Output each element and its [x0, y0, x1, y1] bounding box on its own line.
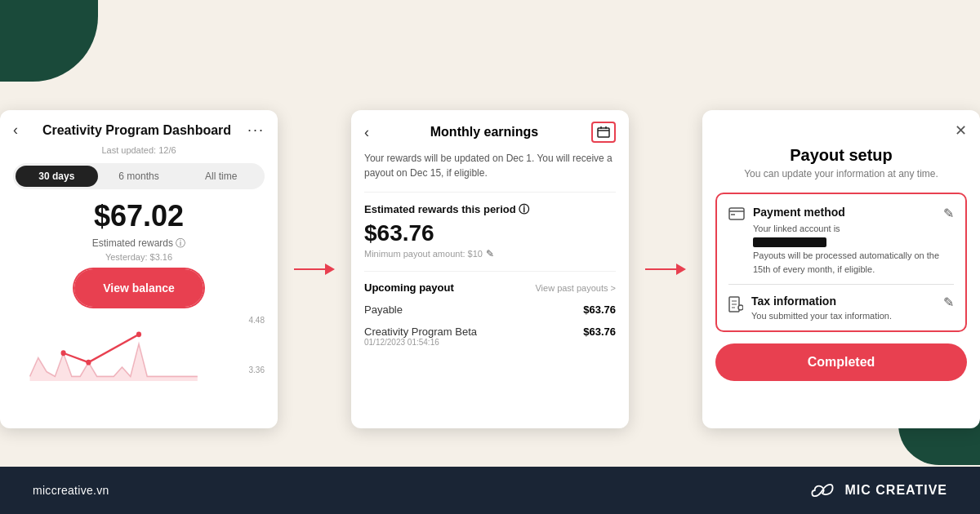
screen-payout-setup: ✕ Payout setup You can update your infor…	[702, 110, 980, 428]
footer-brand-name: MIC CREATIVE	[845, 483, 947, 498]
earnings-chart	[13, 316, 265, 381]
arrow-icon-2	[645, 261, 686, 277]
payout-info-box: Payment method Your linked account is Pa…	[715, 193, 967, 332]
arrow-2	[645, 261, 686, 277]
earnings-amount: $67.02	[0, 199, 278, 233]
tab-6months[interactable]: 6 months	[98, 166, 180, 187]
estimated-label: Estimated rewards ⓘ	[0, 237, 278, 250]
screen1-header: ‹ Creativity Program Dashboard ···	[0, 110, 278, 145]
deco-top-left	[0, 0, 98, 82]
payment-method-sub: Your linked account is Payouts will be p…	[753, 222, 943, 276]
last-updated-label: Last updated: 12/6	[0, 145, 278, 155]
footer: miccreative.vn MIC CREATIVE	[0, 467, 980, 514]
tax-info-left: Tax information You submitted your tax i…	[728, 295, 892, 321]
back-button[interactable]: ‹	[13, 122, 18, 139]
payable-amount: $63.76	[583, 304, 616, 316]
more-button[interactable]: ···	[247, 122, 265, 139]
payable-row: Payable $63.76	[351, 299, 629, 321]
estimated-rewards-amount: $63.76	[364, 220, 616, 246]
completed-button[interactable]: Completed	[715, 343, 967, 381]
edit-tax-icon[interactable]: ✎	[943, 295, 954, 310]
view-past-payouts-link[interactable]: View past payouts >	[535, 283, 616, 293]
arrow-1	[294, 261, 335, 277]
brand-logo-icon	[808, 481, 837, 500]
tab-bar: 30 days 6 months All time	[13, 163, 265, 189]
estimated-rewards-label: Estimated rewards this period ⓘ	[364, 202, 616, 217]
calendar-icon[interactable]	[591, 122, 616, 143]
view-balance-button[interactable]: View balance	[78, 273, 199, 303]
tax-info-row: Tax information You submitted your tax i…	[717, 285, 965, 330]
svg-rect-4	[598, 128, 609, 137]
screen2-title: Monthly earnings	[377, 125, 591, 140]
screen-creativity-dashboard: ‹ Creativity Program Dashboard ··· Last …	[0, 110, 278, 428]
footer-brand: MIC CREATIVE	[808, 481, 947, 500]
upcoming-payout-row: Upcoming payout View past payouts >	[351, 272, 629, 299]
tax-info: Tax information You submitted your tax i…	[751, 295, 892, 321]
tab-alltime[interactable]: All time	[180, 166, 262, 187]
main-content: ‹ Creativity Program Dashboard ··· Last …	[24, 82, 956, 457]
payment-method-left: Payment method Your linked account is Pa…	[728, 206, 943, 276]
tab-30days[interactable]: 30 days	[16, 166, 98, 187]
svg-point-15	[738, 305, 743, 310]
edit-payment-icon[interactable]: ✎	[943, 206, 954, 221]
edit-min-payout-icon[interactable]: ✎	[486, 248, 494, 259]
close-button[interactable]: ✕	[955, 122, 967, 140]
screen2-back-button[interactable]: ‹	[364, 124, 369, 141]
payable-label: Payable	[364, 304, 403, 316]
yesterday-value: Yesterday: $3.16	[0, 252, 278, 262]
program-amount: $63.76	[583, 326, 616, 347]
svg-point-2	[86, 360, 91, 366]
upcoming-payout-label: Upcoming payout	[364, 281, 454, 294]
svg-rect-8	[729, 208, 744, 219]
program-row: Creativity Program Beta 01/12/2023 01:54…	[351, 321, 629, 352]
min-payout-text: Minimum payout amount: $10 ✎	[364, 248, 616, 259]
svg-point-3	[136, 331, 141, 337]
screen-monthly-earnings: ‹ Monthly earnings Your rewards will be …	[351, 110, 629, 428]
payment-method-row: Payment method Your linked account is Pa…	[717, 194, 965, 284]
payout-setup-subtitle: You can update your information at any t…	[702, 168, 980, 179]
rewards-update-text: Your rewards will be updated on Dec 1. Y…	[351, 151, 629, 192]
estimated-rewards-section: Estimated rewards this period ⓘ $63.76 M…	[351, 193, 629, 263]
chart-high-label: 4.48	[249, 316, 265, 325]
footer-url: miccreative.vn	[33, 484, 109, 497]
screen1-title: Creativity Program Dashboard	[26, 123, 247, 138]
redacted-account	[753, 237, 826, 247]
screen2-header: ‹ Monthly earnings	[351, 110, 629, 151]
document-icon	[728, 296, 743, 321]
program-info: Creativity Program Beta 01/12/2023 01:54…	[364, 326, 477, 347]
payment-method-info: Payment method Your linked account is Pa…	[753, 206, 943, 276]
arrow-icon-1	[294, 261, 335, 277]
view-balance-wrap: View balance	[0, 273, 278, 303]
payout-setup-title: Payout setup	[702, 146, 980, 165]
svg-point-1	[61, 350, 66, 356]
chart-low-label: 3.36	[249, 366, 265, 374]
credit-card-icon	[728, 207, 745, 276]
chart-area: 4.48 3.36	[0, 316, 278, 381]
screen3-header: ✕	[702, 110, 980, 146]
